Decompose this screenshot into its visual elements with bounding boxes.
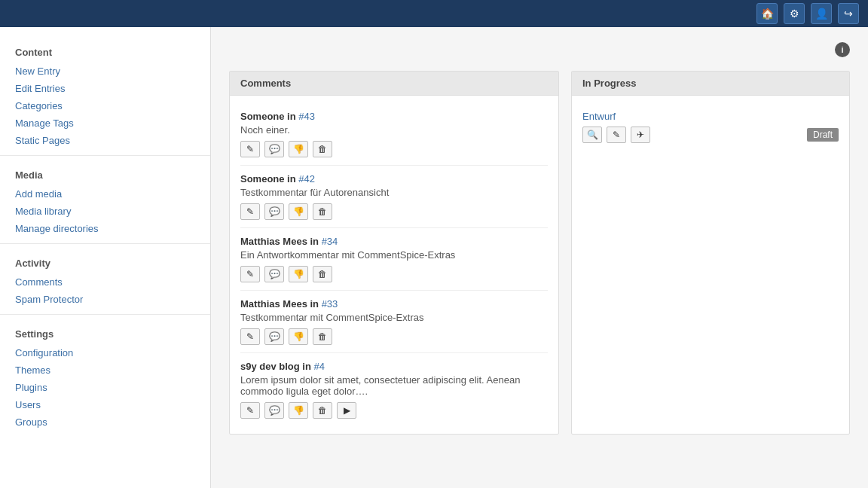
sidebar-item-categories[interactable]: Categories [0, 97, 210, 114]
comment-actions: ✎💬👎🗑 [240, 141, 548, 157]
inprogress-panel-body: Entwurf🔍✎✈Draft [572, 96, 849, 158]
main-content: i Comments Someone in #43Noch einer.✎💬👎🗑… [211, 27, 868, 488]
page-header: i [229, 42, 850, 57]
comment-actions: ✎💬👎🗑 [240, 328, 548, 345]
comment-entry-link[interactable]: #33 [322, 298, 338, 310]
sidebar: ContentNew EntryEdit EntriesCategoriesMa… [0, 27, 211, 488]
comment-action-dislike-button[interactable]: 👎 [289, 328, 308, 345]
comments-panel-body: Someone in #43Noch einer.✎💬👎🗑Someone in … [230, 96, 558, 434]
draft-badge: Draft [807, 128, 839, 142]
inprogress-action-edit-button[interactable]: ✎ [607, 127, 626, 143]
home-icon[interactable]: 🏠 [756, 3, 778, 24]
sidebar-section-header-activity: Activity [0, 250, 210, 273]
sidebar-item-users[interactable]: Users [0, 396, 210, 413]
comment-actions: ✎💬👎🗑 [240, 203, 548, 220]
comment-author: s9y dev blog in #4 [240, 361, 548, 372]
user-icon[interactable]: 👤 [811, 3, 832, 24]
comment-action-edit-button[interactable]: ✎ [240, 266, 260, 282]
inprogress-entry-link[interactable]: Entwurf [582, 111, 616, 122]
comment-actions: ✎💬👎🗑▶ [240, 402, 548, 419]
inprogress-actions: 🔍✎✈Draft [582, 127, 839, 143]
content-area: Comments Someone in #43Noch einer.✎💬👎🗑So… [229, 71, 850, 435]
comment-actions: ✎💬👎🗑 [240, 266, 548, 282]
comment-text: Lorem ipsum dolor sit amet, consectetuer… [240, 374, 548, 397]
sidebar-item-themes[interactable]: Themes [0, 361, 210, 379]
comment-author: Matthias Mees in #34 [240, 236, 548, 247]
inprogress-panel-header: In Progress [572, 72, 849, 96]
topbar: 🏠 ⚙ 👤 ↪ [0, 0, 868, 27]
inprogress-panel: In Progress Entwurf🔍✎✈Draft [571, 71, 850, 435]
comment-entry-link[interactable]: #34 [322, 236, 338, 247]
inprogress-entry: Entwurf🔍✎✈Draft [582, 103, 839, 151]
comment-action-delete-button[interactable]: 🗑 [313, 203, 332, 220]
comment-action-edit-button[interactable]: ✎ [240, 328, 260, 345]
comment-action-delete-button[interactable]: 🗑 [313, 328, 332, 345]
comment-action-dislike-button[interactable]: 👎 [289, 203, 308, 220]
inprogress-action-search-button[interactable]: 🔍 [582, 127, 602, 143]
sidebar-item-new-entry[interactable]: New Entry [0, 63, 210, 80]
logout-icon[interactable]: ↪ [838, 3, 859, 24]
layout: ContentNew EntryEdit EntriesCategoriesMa… [0, 27, 868, 488]
comments-panel-header: Comments [230, 72, 558, 96]
sidebar-item-manage-directories[interactable]: Manage directories [0, 220, 210, 237]
sidebar-item-edit-entries[interactable]: Edit Entries [0, 80, 210, 97]
comment-entry-link[interactable]: #4 [314, 361, 325, 372]
comment-text: Testkommentar mit CommentSpice-Extras [240, 312, 548, 323]
sidebar-item-manage-tags[interactable]: Manage Tags [0, 114, 210, 132]
topbar-right: 🏠 ⚙ 👤 ↪ [744, 3, 859, 24]
comment-action-comment-button[interactable]: 💬 [264, 141, 284, 157]
settings-icon[interactable]: ⚙ [784, 3, 805, 24]
comment-action-comment-button[interactable]: 💬 [264, 402, 284, 419]
comment-text: Ein Antwortkommentar mit CommentSpice-Ex… [240, 249, 548, 261]
sidebar-item-groups[interactable]: Groups [0, 413, 210, 431]
info-icon[interactable]: i [835, 42, 850, 57]
comment-action-comment-button[interactable]: 💬 [264, 203, 284, 220]
inprogress-action-publish-button[interactable]: ✈ [631, 127, 650, 143]
sidebar-section-header-settings: Settings [0, 321, 210, 344]
comment-author: Someone in #43 [240, 111, 548, 122]
comment-action-edit-button[interactable]: ✎ [240, 203, 260, 220]
comment-author: Someone in #42 [240, 173, 548, 185]
comment-entry-link[interactable]: #43 [298, 111, 315, 122]
sidebar-section-header-media: Media [0, 162, 210, 185]
sidebar-item-plugins[interactable]: Plugins [0, 379, 210, 396]
sidebar-item-configuration[interactable]: Configuration [0, 344, 210, 361]
sidebar-item-static-pages[interactable]: Static Pages [0, 132, 210, 149]
comment-item: Matthias Mees in #33Testkommentar mit Co… [240, 291, 548, 353]
comment-action-dislike-button[interactable]: 👎 [289, 402, 308, 419]
comment-item: s9y dev blog in #4Lorem ipsum dolor sit … [240, 353, 548, 426]
comment-text: Testkommentar für Autorenansicht [240, 187, 548, 198]
sidebar-item-spam-protector[interactable]: Spam Protector [0, 291, 210, 308]
sidebar-section-header-content: Content [0, 39, 210, 63]
comment-entry-link[interactable]: #42 [298, 173, 315, 185]
comment-action-delete-button[interactable]: 🗑 [313, 266, 332, 282]
sidebar-item-media-library[interactable]: Media library [0, 203, 210, 220]
comment-author: Matthias Mees in #33 [240, 298, 548, 310]
sidebar-item-add-media[interactable]: Add media [0, 185, 210, 203]
comment-action-more-button[interactable]: ▶ [337, 402, 356, 419]
comment-action-edit-button[interactable]: ✎ [240, 402, 260, 419]
comment-action-dislike-button[interactable]: 👎 [289, 141, 308, 157]
comment-text: Noch einer. [240, 124, 548, 136]
comment-item: Someone in #42Testkommentar für Autorena… [240, 166, 548, 228]
comment-action-dislike-button[interactable]: 👎 [289, 266, 308, 282]
comments-panel: Comments Someone in #43Noch einer.✎💬👎🗑So… [229, 71, 559, 435]
comment-action-edit-button[interactable]: ✎ [240, 141, 260, 157]
comment-action-delete-button[interactable]: 🗑 [313, 141, 332, 157]
comment-action-comment-button[interactable]: 💬 [264, 266, 284, 282]
comment-item: Matthias Mees in #34Ein Antwortkommentar… [240, 228, 548, 291]
sidebar-item-comments-link[interactable]: Comments [0, 273, 210, 291]
comment-action-delete-button[interactable]: 🗑 [313, 402, 332, 419]
comment-action-comment-button[interactable]: 💬 [264, 328, 284, 345]
comment-item: Someone in #43Noch einer.✎💬👎🗑 [240, 103, 548, 166]
